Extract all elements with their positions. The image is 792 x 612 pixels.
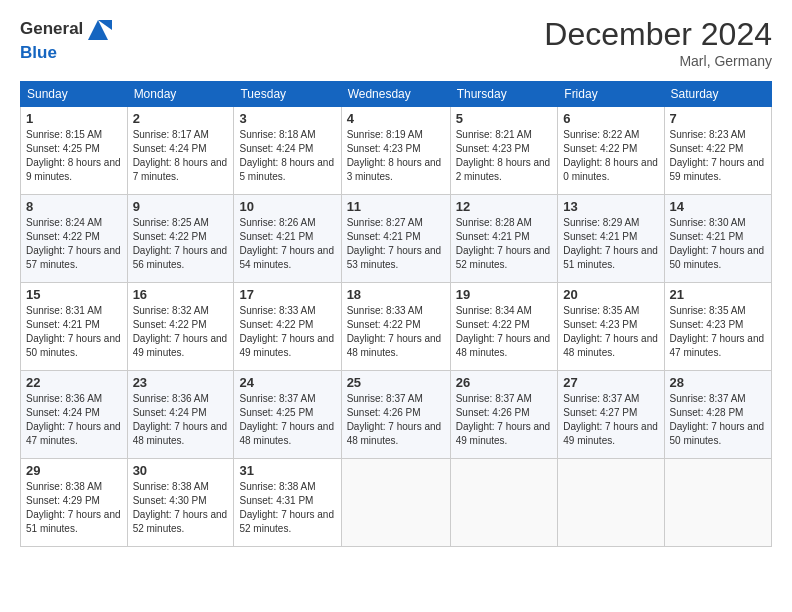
calendar-table: SundayMondayTuesdayWednesdayThursdayFrid… — [20, 81, 772, 547]
table-row: 30 Sunrise: 8:38 AMSunset: 4:30 PMDaylig… — [127, 459, 234, 547]
day-number: 24 — [239, 375, 335, 390]
table-row: 11 Sunrise: 8:27 AMSunset: 4:21 PMDaylig… — [341, 195, 450, 283]
day-info: Sunrise: 8:23 AMSunset: 4:22 PMDaylight:… — [670, 129, 765, 182]
day-number: 11 — [347, 199, 445, 214]
table-row: 16 Sunrise: 8:32 AMSunset: 4:22 PMDaylig… — [127, 283, 234, 371]
day-info: Sunrise: 8:25 AMSunset: 4:22 PMDaylight:… — [133, 217, 228, 270]
col-header-thursday: Thursday — [450, 82, 558, 107]
table-row: 13 Sunrise: 8:29 AMSunset: 4:21 PMDaylig… — [558, 195, 664, 283]
day-number: 7 — [670, 111, 766, 126]
month-title: December 2024 — [544, 16, 772, 53]
day-info: Sunrise: 8:26 AMSunset: 4:21 PMDaylight:… — [239, 217, 334, 270]
day-number: 2 — [133, 111, 229, 126]
location: Marl, Germany — [544, 53, 772, 69]
col-header-sunday: Sunday — [21, 82, 128, 107]
day-number: 31 — [239, 463, 335, 478]
table-row: 24 Sunrise: 8:37 AMSunset: 4:25 PMDaylig… — [234, 371, 341, 459]
day-info: Sunrise: 8:37 AMSunset: 4:27 PMDaylight:… — [563, 393, 658, 446]
day-info: Sunrise: 8:35 AMSunset: 4:23 PMDaylight:… — [670, 305, 765, 358]
table-row — [341, 459, 450, 547]
title-block: December 2024 Marl, Germany — [544, 16, 772, 69]
day-number: 30 — [133, 463, 229, 478]
day-info: Sunrise: 8:37 AMSunset: 4:26 PMDaylight:… — [347, 393, 442, 446]
day-info: Sunrise: 8:31 AMSunset: 4:21 PMDaylight:… — [26, 305, 121, 358]
day-number: 8 — [26, 199, 122, 214]
day-info: Sunrise: 8:35 AMSunset: 4:23 PMDaylight:… — [563, 305, 658, 358]
day-number: 29 — [26, 463, 122, 478]
table-row: 23 Sunrise: 8:36 AMSunset: 4:24 PMDaylig… — [127, 371, 234, 459]
day-info: Sunrise: 8:38 AMSunset: 4:31 PMDaylight:… — [239, 481, 334, 534]
day-info: Sunrise: 8:32 AMSunset: 4:22 PMDaylight:… — [133, 305, 228, 358]
table-row: 4 Sunrise: 8:19 AMSunset: 4:23 PMDayligh… — [341, 107, 450, 195]
table-row: 29 Sunrise: 8:38 AMSunset: 4:29 PMDaylig… — [21, 459, 128, 547]
col-header-friday: Friday — [558, 82, 664, 107]
table-row: 20 Sunrise: 8:35 AMSunset: 4:23 PMDaylig… — [558, 283, 664, 371]
logo-blue: Blue — [20, 44, 113, 63]
day-info: Sunrise: 8:29 AMSunset: 4:21 PMDaylight:… — [563, 217, 658, 270]
table-row: 21 Sunrise: 8:35 AMSunset: 4:23 PMDaylig… — [664, 283, 771, 371]
day-info: Sunrise: 8:21 AMSunset: 4:23 PMDaylight:… — [456, 129, 551, 182]
table-row — [558, 459, 664, 547]
table-row: 14 Sunrise: 8:30 AMSunset: 4:21 PMDaylig… — [664, 195, 771, 283]
day-number: 3 — [239, 111, 335, 126]
day-number: 16 — [133, 287, 229, 302]
day-info: Sunrise: 8:38 AMSunset: 4:30 PMDaylight:… — [133, 481, 228, 534]
table-row: 10 Sunrise: 8:26 AMSunset: 4:21 PMDaylig… — [234, 195, 341, 283]
logo: General Blue — [20, 16, 113, 63]
day-number: 13 — [563, 199, 658, 214]
table-row: 22 Sunrise: 8:36 AMSunset: 4:24 PMDaylig… — [21, 371, 128, 459]
table-row: 5 Sunrise: 8:21 AMSunset: 4:23 PMDayligh… — [450, 107, 558, 195]
day-number: 25 — [347, 375, 445, 390]
day-info: Sunrise: 8:37 AMSunset: 4:26 PMDaylight:… — [456, 393, 551, 446]
day-info: Sunrise: 8:22 AMSunset: 4:22 PMDaylight:… — [563, 129, 658, 182]
day-number: 4 — [347, 111, 445, 126]
table-row: 25 Sunrise: 8:37 AMSunset: 4:26 PMDaylig… — [341, 371, 450, 459]
table-row: 31 Sunrise: 8:38 AMSunset: 4:31 PMDaylig… — [234, 459, 341, 547]
day-info: Sunrise: 8:38 AMSunset: 4:29 PMDaylight:… — [26, 481, 121, 534]
day-info: Sunrise: 8:19 AMSunset: 4:23 PMDaylight:… — [347, 129, 442, 182]
day-info: Sunrise: 8:18 AMSunset: 4:24 PMDaylight:… — [239, 129, 334, 182]
day-info: Sunrise: 8:36 AMSunset: 4:24 PMDaylight:… — [133, 393, 228, 446]
day-info: Sunrise: 8:33 AMSunset: 4:22 PMDaylight:… — [239, 305, 334, 358]
table-row: 27 Sunrise: 8:37 AMSunset: 4:27 PMDaylig… — [558, 371, 664, 459]
day-info: Sunrise: 8:15 AMSunset: 4:25 PMDaylight:… — [26, 129, 121, 182]
table-row: 9 Sunrise: 8:25 AMSunset: 4:22 PMDayligh… — [127, 195, 234, 283]
day-info: Sunrise: 8:28 AMSunset: 4:21 PMDaylight:… — [456, 217, 551, 270]
day-info: Sunrise: 8:30 AMSunset: 4:21 PMDaylight:… — [670, 217, 765, 270]
table-row: 6 Sunrise: 8:22 AMSunset: 4:22 PMDayligh… — [558, 107, 664, 195]
table-row — [450, 459, 558, 547]
logo-general: General — [20, 19, 83, 38]
day-number: 14 — [670, 199, 766, 214]
day-number: 28 — [670, 375, 766, 390]
day-info: Sunrise: 8:36 AMSunset: 4:24 PMDaylight:… — [26, 393, 121, 446]
table-row — [664, 459, 771, 547]
day-number: 9 — [133, 199, 229, 214]
day-info: Sunrise: 8:33 AMSunset: 4:22 PMDaylight:… — [347, 305, 442, 358]
table-row: 7 Sunrise: 8:23 AMSunset: 4:22 PMDayligh… — [664, 107, 771, 195]
page-header: General Blue December 2024 Marl, Germany — [20, 16, 772, 69]
day-number: 26 — [456, 375, 553, 390]
table-row: 18 Sunrise: 8:33 AMSunset: 4:22 PMDaylig… — [341, 283, 450, 371]
day-info: Sunrise: 8:24 AMSunset: 4:22 PMDaylight:… — [26, 217, 121, 270]
col-header-saturday: Saturday — [664, 82, 771, 107]
table-row: 17 Sunrise: 8:33 AMSunset: 4:22 PMDaylig… — [234, 283, 341, 371]
day-number: 19 — [456, 287, 553, 302]
day-number: 5 — [456, 111, 553, 126]
day-info: Sunrise: 8:17 AMSunset: 4:24 PMDaylight:… — [133, 129, 228, 182]
day-number: 10 — [239, 199, 335, 214]
day-number: 20 — [563, 287, 658, 302]
table-row: 2 Sunrise: 8:17 AMSunset: 4:24 PMDayligh… — [127, 107, 234, 195]
table-row: 15 Sunrise: 8:31 AMSunset: 4:21 PMDaylig… — [21, 283, 128, 371]
col-header-monday: Monday — [127, 82, 234, 107]
day-number: 22 — [26, 375, 122, 390]
table-row: 12 Sunrise: 8:28 AMSunset: 4:21 PMDaylig… — [450, 195, 558, 283]
day-number: 12 — [456, 199, 553, 214]
day-number: 6 — [563, 111, 658, 126]
day-number: 15 — [26, 287, 122, 302]
day-number: 17 — [239, 287, 335, 302]
table-row: 8 Sunrise: 8:24 AMSunset: 4:22 PMDayligh… — [21, 195, 128, 283]
table-row: 26 Sunrise: 8:37 AMSunset: 4:26 PMDaylig… — [450, 371, 558, 459]
day-number: 23 — [133, 375, 229, 390]
day-number: 27 — [563, 375, 658, 390]
col-header-tuesday: Tuesday — [234, 82, 341, 107]
